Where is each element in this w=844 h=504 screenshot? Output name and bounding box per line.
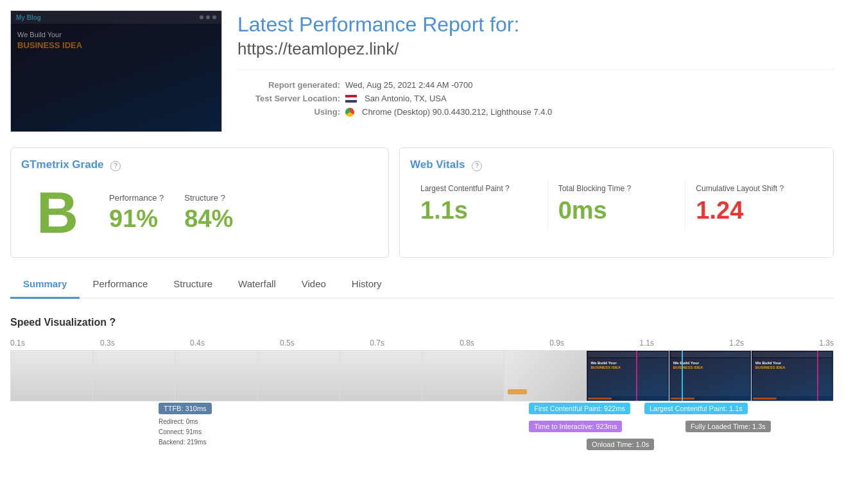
speed-visualization-title: Speed Visualization ?: [10, 317, 834, 328]
website-screenshot: My Blog We Build Your BUSINESS IDEA: [10, 10, 222, 132]
web-vitals-panel: Web Vitals ? Largest Contentful Paint ? …: [399, 147, 834, 258]
structure-label: Structure ?: [184, 193, 233, 203]
web-vitals-help[interactable]: ?: [472, 161, 482, 171]
frame-4: [258, 351, 340, 401]
tbt-label: Total Blocking Time ?: [558, 184, 675, 193]
report-info: Latest Performance Report for: https://t…: [237, 10, 834, 132]
performance-help[interactable]: ?: [159, 193, 164, 203]
using-value: Chrome (Desktop) 90.0.4430.212, Lighthou…: [362, 107, 552, 117]
lcp-value: 1.1s: [420, 197, 537, 224]
tab-video[interactable]: Video: [289, 271, 339, 299]
frame-9: We Build YourBUSINESS IDEA: [669, 351, 752, 401]
frame-1: [11, 351, 93, 401]
using-label: Using:: [237, 107, 340, 117]
tab-history[interactable]: History: [339, 271, 395, 299]
server-location-label: Test Server Location:: [237, 94, 340, 103]
ttfb-marker-group: TTFB: 310ms Redirect: 0ms Connect: 91ms …: [159, 403, 212, 448]
structure-value: 84%: [184, 205, 233, 233]
tbt-help[interactable]: ?: [626, 184, 631, 193]
report-meta: Report generated: Wed, Aug 25, 2021 2:44…: [237, 80, 834, 117]
ttfb-detail: Redirect: 0ms Connect: 91ms Backend: 219…: [159, 417, 212, 448]
report-url: https://teamlopez.link/: [237, 39, 834, 59]
tbt-vital: Total Blocking Time ? 0ms: [547, 179, 685, 230]
gtmetrix-grade-title: GTmetrix Grade ?: [21, 158, 378, 171]
grade-letter: B: [21, 179, 94, 247]
lcp-help[interactable]: ?: [505, 184, 510, 193]
frame-2: [93, 351, 175, 401]
server-location-value: San Antonio, TX, USA: [365, 94, 447, 103]
frame-8: We Build YourBUSINESS IDEA: [587, 351, 669, 401]
flt-marker[interactable]: Fully Loaded Time: 1.3s: [685, 421, 771, 432]
tabs-nav: Summary Performance Structure Waterfall …: [10, 271, 834, 299]
tab-waterfall[interactable]: Waterfall: [225, 271, 289, 299]
speed-visualization-section: Speed Visualization ? 0.1s 0.3s 0.4s 0.5…: [10, 312, 834, 485]
speed-viz-help[interactable]: ?: [109, 317, 116, 328]
ttfb-marker[interactable]: TTFB: 310ms: [159, 403, 212, 414]
gtmetrix-grade-help[interactable]: ?: [110, 161, 121, 171]
report-generated-value: Wed, Aug 25, 2021 2:44 AM -0700: [345, 80, 473, 90]
frame-10: We Build YourBUSINESS IDEA: [752, 351, 833, 401]
chrome-icon: [345, 108, 354, 117]
onload-marker[interactable]: Onload Time: 1.0s: [587, 439, 654, 450]
timeline-wrapper: We Build YourBUSINESS IDEA We Build Your…: [10, 350, 834, 480]
tab-structure[interactable]: Structure: [160, 271, 225, 299]
structure-help[interactable]: ?: [221, 193, 225, 203]
fcp-marker[interactable]: First Contentful Paint: 922ms: [529, 403, 630, 414]
lcp-label: Largest Contentful Paint ?: [420, 184, 537, 193]
lcp-vital: Largest Contentful Paint ? 1.1s: [410, 179, 547, 230]
lcp-marker[interactable]: Largest Contentful Paint: 1.1s: [644, 403, 748, 414]
frame-3: [175, 351, 257, 401]
cls-label: Cumulative Layout Shift ?: [696, 184, 813, 193]
performance-label: Performance ?: [109, 193, 164, 203]
report-generated-label: Report generated:: [237, 80, 340, 90]
tbt-value: 0ms: [558, 197, 675, 224]
cls-vital: Cumulative Layout Shift ? 1.24: [685, 179, 823, 230]
timeline-frames: We Build YourBUSINESS IDEA We Build Your…: [10, 350, 834, 401]
markers-area: TTFB: 310ms Redirect: 0ms Connect: 91ms …: [10, 403, 834, 480]
performance-value: 91%: [109, 205, 164, 233]
tab-performance[interactable]: Performance: [80, 271, 160, 299]
frame-6: [422, 351, 504, 401]
frame-5: [340, 351, 422, 401]
timeline-ruler: 0.1s 0.3s 0.4s 0.5s 0.7s 0.8s 0.9s 1.1s …: [10, 339, 834, 350]
frame-7: [504, 351, 587, 401]
gtmetrix-grade-panel: GTmetrix Grade ? B Performance ? 91%: [10, 147, 389, 258]
flag-icon: [345, 95, 357, 103]
cls-value: 1.24: [696, 197, 813, 224]
tab-summary[interactable]: Summary: [10, 271, 80, 299]
cls-help[interactable]: ?: [779, 184, 784, 193]
web-vitals-title: Web Vitals ?: [410, 158, 823, 171]
tti-marker[interactable]: Time to Interactive: 923ms: [529, 421, 622, 432]
report-title: Latest Performance Report for:: [237, 13, 834, 37]
